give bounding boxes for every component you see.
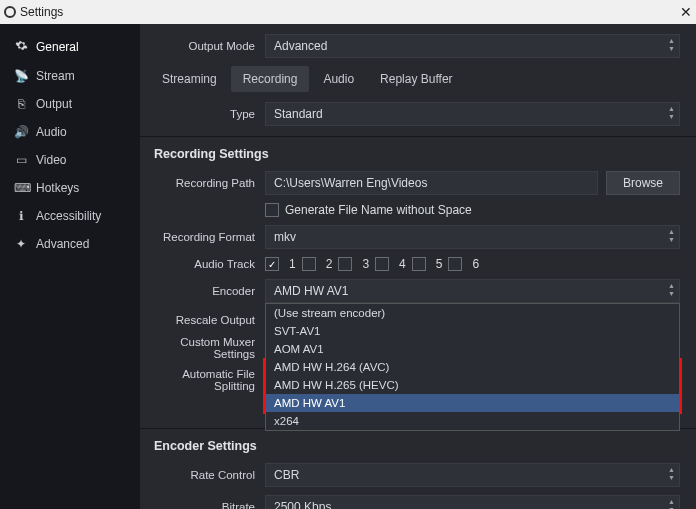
bitrate-input[interactable]: 2500 Kbps ▲▼	[265, 495, 680, 509]
encoder-option[interactable]: AMD HW AV1	[266, 394, 679, 412]
tab-replay-buffer[interactable]: Replay Buffer	[368, 66, 465, 92]
video-icon: ▭	[14, 153, 28, 167]
sidebar-item-label: General	[36, 40, 79, 54]
accessibility-icon: ℹ	[14, 209, 28, 223]
sidebar-item-accessibility[interactable]: ℹ Accessibility	[0, 202, 140, 230]
sidebar-item-general[interactable]: General	[0, 32, 140, 62]
chevron-updown-icon: ▲▼	[668, 466, 675, 482]
sidebar-item-label: Video	[36, 153, 66, 167]
app-logo-icon	[4, 6, 16, 18]
chevron-updown-icon: ▲▼	[668, 282, 675, 298]
type-select[interactable]: Standard ▲▼	[265, 102, 680, 126]
encoder-dropdown: (Use stream encoder) SVT-AV1 AOM AV1 AMD…	[265, 303, 680, 431]
encoder-option[interactable]: AOM AV1	[266, 340, 679, 358]
chevron-updown-icon: ▲▼	[668, 37, 675, 53]
bitrate-label: Bitrate	[150, 501, 265, 509]
recording-settings-title: Recording Settings	[154, 147, 680, 161]
tab-recording[interactable]: Recording	[231, 66, 310, 92]
output-icon: ⎘	[14, 97, 28, 111]
sidebar-item-hotkeys[interactable]: ⌨ Hotkeys	[0, 174, 140, 202]
track-1-checkbox[interactable]: ✓	[265, 257, 279, 271]
gen-filename-checkbox[interactable]	[265, 203, 279, 217]
gear-icon	[14, 39, 28, 55]
track-6-checkbox[interactable]	[448, 257, 462, 271]
rate-control-label: Rate Control	[150, 469, 265, 481]
audio-track-label: Audio Track	[150, 258, 265, 270]
stepper-icon[interactable]: ▲▼	[668, 498, 675, 509]
custom-muxer-label: Custom Muxer Settings	[150, 336, 265, 360]
sidebar-item-label: Hotkeys	[36, 181, 79, 195]
sidebar-item-video[interactable]: ▭ Video	[0, 146, 140, 174]
encoder-option[interactable]: AMD HW H.265 (HEVC)	[266, 376, 679, 394]
advanced-icon: ✦	[14, 237, 28, 251]
sidebar-item-label: Audio	[36, 125, 67, 139]
track-5-checkbox[interactable]	[412, 257, 426, 271]
chevron-updown-icon: ▲▼	[668, 228, 675, 244]
sidebar-item-label: Output	[36, 97, 72, 111]
recording-format-select[interactable]: mkv ▲▼	[265, 225, 680, 249]
hotkeys-icon: ⌨	[14, 181, 28, 195]
titlebar: Settings ✕	[0, 0, 696, 24]
window-title: Settings	[20, 5, 63, 19]
browse-button[interactable]: Browse	[606, 171, 680, 195]
recording-format-label: Recording Format	[150, 231, 265, 243]
gen-filename-label: Generate File Name without Space	[285, 203, 472, 217]
recording-path-input[interactable]: C:\Users\Warren Eng\Videos	[265, 171, 598, 195]
type-label: Type	[150, 108, 265, 120]
chevron-updown-icon: ▲▼	[668, 105, 675, 121]
encoder-settings-title: Encoder Settings	[154, 439, 680, 453]
sidebar-item-label: Advanced	[36, 237, 89, 251]
encoder-option[interactable]: SVT-AV1	[266, 322, 679, 340]
tab-audio[interactable]: Audio	[311, 66, 366, 92]
sidebar-item-advanced[interactable]: ✦ Advanced	[0, 230, 140, 258]
sidebar-item-audio[interactable]: 🔊 Audio	[0, 118, 140, 146]
track-2-checkbox[interactable]	[302, 257, 316, 271]
track-4-checkbox[interactable]	[375, 257, 389, 271]
encoder-option[interactable]: (Use stream encoder)	[266, 304, 679, 322]
encoder-option[interactable]: AMD HW H.264 (AVC)	[266, 358, 679, 376]
tabs: Streaming Recording Audio Replay Buffer	[150, 66, 680, 92]
main-panel: Output Mode Advanced ▲▼ Streaming Record…	[140, 24, 696, 509]
recording-path-label: Recording Path	[150, 177, 265, 189]
sidebar: General 📡 Stream ⎘ Output 🔊 Audio ▭ Vide…	[0, 24, 140, 509]
sidebar-item-label: Accessibility	[36, 209, 101, 223]
sidebar-item-stream[interactable]: 📡 Stream	[0, 62, 140, 90]
rate-control-select[interactable]: CBR ▲▼	[265, 463, 680, 487]
auto-split-label: Automatic File Splitting	[150, 368, 265, 392]
encoder-select[interactable]: AMD HW AV1 ▲▼	[265, 279, 680, 303]
sidebar-item-output[interactable]: ⎘ Output	[0, 90, 140, 118]
output-mode-select[interactable]: Advanced ▲▼	[265, 34, 680, 58]
antenna-icon: 📡	[14, 69, 28, 83]
audio-icon: 🔊	[14, 125, 28, 139]
tab-streaming[interactable]: Streaming	[150, 66, 229, 92]
close-icon[interactable]: ✕	[680, 4, 692, 20]
encoder-option[interactable]: x264	[266, 412, 679, 430]
track-3-checkbox[interactable]	[338, 257, 352, 271]
encoder-label: Encoder	[150, 285, 265, 297]
output-mode-label: Output Mode	[150, 40, 265, 52]
rescale-output-label: Rescale Output	[150, 314, 265, 326]
sidebar-item-label: Stream	[36, 69, 75, 83]
